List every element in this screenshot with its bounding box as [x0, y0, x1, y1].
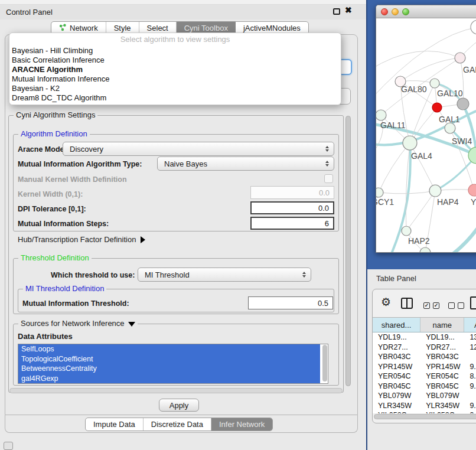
algorithm-option[interactable]: Bayesian - Hill Climbing: [9, 46, 341, 56]
float-window-icon[interactable]: [333, 8, 340, 15]
node-gal1[interactable]: [432, 103, 442, 112]
tab-label: Network: [70, 24, 98, 32]
zoom-traffic-light-icon[interactable]: [402, 8, 409, 15]
deselect-all-checkbox-icon[interactable]: [448, 302, 455, 309]
data-attributes-list[interactable]: SelfLoopsTopologicalCoefficientBetweenne…: [18, 344, 328, 384]
sources-group-title[interactable]: Sources for Network Inference: [18, 319, 138, 328]
node-pink[interactable]: [468, 184, 476, 196]
new-table-icon[interactable]: [470, 296, 476, 309]
table-row[interactable]: YER054CYER054C8.: [373, 371, 476, 381]
manual-kernel-label: Manual Kernel Width Definition: [18, 175, 127, 184]
select-all-checkbox-icon[interactable]: ✓: [433, 302, 439, 309]
network-graph[interactable]: GAL7GAL80GAL10GAL1SWI4GAL11GAL4GCY1HAP4Y…: [376, 18, 476, 253]
table-cell: YPR145W: [420, 363, 464, 371]
table-row[interactable]: YBR043CYBR043C: [373, 352, 476, 362]
which-threshold-value: MI Threshold: [145, 270, 190, 279]
node-gal7-label: GAL7: [463, 65, 476, 74]
node-gcy1[interactable]: [376, 188, 383, 197]
node-swi4[interactable]: [445, 123, 455, 133]
node-gal11[interactable]: [376, 110, 386, 120]
node-gal4[interactable]: [403, 136, 417, 150]
data-attribute-item[interactable]: gal4RGexp: [18, 374, 320, 384]
apply-button[interactable]: Apply: [159, 399, 199, 412]
algorithm-option[interactable]: Dream8 DC_TDC Algorithm: [9, 93, 341, 103]
collapsed-panel-button[interactable]: [4, 442, 13, 450]
table-row[interactable]: YLR345WYLR345W9.: [373, 401, 476, 411]
network-view-window[interactable]: GAL7GAL80GAL10GAL1SWI4GAL11GAL4GCY1HAP4Y…: [376, 5, 476, 253]
attr-list-scrollbar[interactable]: [322, 345, 327, 381]
table-cell: YLR345W: [373, 402, 420, 410]
data-attribute-item[interactable]: TopologicalCoefficient: [18, 354, 320, 364]
close-icon[interactable]: ✖: [345, 5, 352, 15]
network-canvas[interactable]: GAL7GAL80GAL10GAL1SWI4GAL11GAL4GCY1HAP4Y…: [376, 18, 476, 253]
column-header[interactable]: A: [464, 318, 476, 332]
table-cell: YLR345W: [420, 402, 464, 410]
node-gcy1-label: GCY1: [376, 197, 394, 207]
node-gal10-label: GAL10: [437, 89, 463, 98]
node-partial-top[interactable]: [471, 20, 476, 34]
node-hap4[interactable]: [429, 185, 441, 197]
table-cell: YDL19...: [373, 333, 420, 341]
node-gal7[interactable]: [455, 53, 465, 63]
kernel-width-input[interactable]: 0.0: [250, 186, 334, 199]
dpi-tolerance-input[interactable]: 0.0: [250, 201, 334, 214]
settings-horizontal-scrollbar[interactable]: [9, 387, 343, 394]
network-edge[interactable]: [379, 143, 410, 193]
algorithm-option[interactable]: ARACNE Algorithm: [9, 65, 341, 74]
network-edge[interactable]: [376, 51, 460, 70]
bottom-tab-impute-data[interactable]: Impute Data: [86, 418, 144, 431]
bottom-tab-discretize-data[interactable]: Discretize Data: [144, 418, 211, 431]
mi-steps-label: Mutual Information Steps:: [18, 220, 109, 228]
kernel-width-label: Kernel Width (0,1):: [18, 190, 83, 198]
node-hap2[interactable]: [402, 226, 411, 236]
deselect-all-checkbox-icon[interactable]: [458, 302, 464, 309]
column-header[interactable]: name: [420, 318, 464, 332]
data-attribute-item[interactable]: SelfLoops: [18, 344, 320, 354]
algorithm-option[interactable]: Basic Correlation Inference: [9, 56, 341, 65]
table-row[interactable]: YDL19...YDL19...13: [373, 332, 476, 343]
table-header-row: shared...nameA: [373, 317, 476, 332]
network-edge[interactable]: [410, 143, 435, 191]
control-panel-header: Control Panel: [0, 5, 366, 19]
network-window-titlebar[interactable]: [376, 5, 476, 18]
network-edge[interactable]: [379, 191, 435, 194]
mi-threshold-group-title: MI Threshold Definition: [23, 284, 106, 293]
mi-steps-input[interactable]: 6: [250, 217, 334, 230]
network-edge[interactable]: [406, 191, 435, 231]
node-gal11-label: GAL11: [380, 120, 406, 130]
node-gal10[interactable]: [430, 79, 439, 88]
data-attribute-item[interactable]: BetweennessCentrality: [18, 364, 320, 374]
table-row[interactable]: YBR045CYBR045C9.: [373, 381, 476, 392]
columns-icon[interactable]: [401, 298, 413, 309]
node-gray[interactable]: [457, 98, 469, 110]
hub-definition-expander[interactable]: Hub/Transcription Factor Definition: [18, 235, 145, 244]
table-horizontal-scrollbar[interactable]: [374, 413, 476, 419]
table-row[interactable]: YDR27...YDR27...12: [373, 343, 476, 353]
tab-label: jActiveMNodules: [243, 24, 301, 32]
mi-type-select[interactable]: Naive Bayes: [157, 156, 334, 171]
column-header[interactable]: shared...: [373, 318, 420, 332]
algorithm-option[interactable]: Bayesian - K2: [9, 84, 341, 93]
application-window: Control Panel ✖ NetworkStyleSelectCyni T…: [0, 0, 476, 450]
node-partial-bottom[interactable]: [420, 247, 431, 253]
mi-type-label: Mutual Information Algorithm Type:: [18, 160, 142, 168]
settings-vertical-scrollbar[interactable]: [345, 116, 351, 386]
algorithm-dropdown-list: Bayesian - Hill ClimbingBasic Correlatio…: [9, 46, 341, 103]
table-row[interactable]: YBL079WYBL079W: [373, 391, 476, 401]
bottom-tab-infer-network[interactable]: Infer Network: [211, 418, 272, 431]
manual-kernel-checkbox[interactable]: [324, 174, 333, 183]
table-cell: YER054C: [373, 372, 420, 380]
mi-threshold-input[interactable]: 0.5: [248, 296, 333, 309]
algorithm-option[interactable]: Mutual Information Inference: [9, 74, 341, 84]
minimize-traffic-light-icon[interactable]: [392, 8, 399, 15]
aracne-mode-select[interactable]: Discovery: [63, 142, 334, 156]
select-all-checkbox-icon[interactable]: ✓: [423, 302, 430, 309]
settings-gear-icon[interactable]: ⚙: [381, 295, 391, 309]
close-traffic-light-icon[interactable]: [381, 8, 388, 15]
table-cell: 12: [464, 343, 476, 351]
table-cell: YPR145W: [373, 363, 420, 371]
which-threshold-select[interactable]: MI Threshold: [138, 268, 311, 282]
table-row[interactable]: YPR145WYPR145W9.: [373, 362, 476, 372]
table-cell: YBR045C: [373, 382, 420, 390]
table-cell: 13: [464, 333, 476, 341]
